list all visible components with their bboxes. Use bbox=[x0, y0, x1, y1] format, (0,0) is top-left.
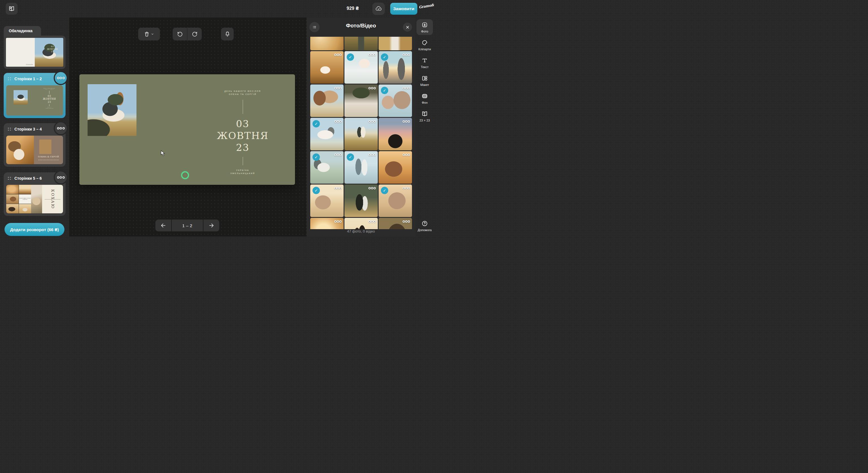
chevron-down-icon bbox=[151, 32, 154, 36]
photo-options-button[interactable] bbox=[334, 187, 342, 189]
photos-count-footer: 47 фото, 0 відео bbox=[307, 229, 415, 236]
photo-thumbnail[interactable]: ✓ bbox=[379, 85, 412, 117]
photo-thumbnail[interactable] bbox=[379, 218, 412, 229]
photo-options-button[interactable] bbox=[334, 154, 342, 156]
photo-thumbnail[interactable]: ✓ bbox=[310, 151, 344, 184]
photo-options-button[interactable] bbox=[403, 120, 410, 123]
drag-handle-icon[interactable] bbox=[7, 127, 12, 132]
photo-selected-badge[interactable]: ✓ bbox=[381, 87, 388, 94]
previous-page-button[interactable] bbox=[155, 220, 171, 231]
rail-item-sticker[interactable]: Кліпарти bbox=[416, 37, 433, 53]
photo-thumbnail[interactable] bbox=[379, 151, 412, 184]
close-panel-button[interactable] bbox=[403, 23, 412, 32]
rail-item-book[interactable]: 23 × 23 bbox=[416, 108, 433, 124]
redo-icon bbox=[192, 31, 197, 37]
photo-thumbnail[interactable] bbox=[379, 37, 412, 50]
photo-options-button[interactable] bbox=[334, 87, 342, 89]
photo-thumbnail[interactable] bbox=[310, 37, 344, 50]
photo-thumbnail[interactable] bbox=[379, 118, 412, 150]
photo-selected-badge[interactable]: ✓ bbox=[347, 153, 354, 161]
spread-pages-1-2[interactable]: ДЕНЬ НАШОГО ВЕСІЛЛЯ ОЛЕНА ТА СЕРГІЙ 03 Ж… bbox=[80, 74, 295, 185]
spread-section-5-6[interactable]: Сторінки 5 – 6 ПОЧАТОК НАШОЇ СПІЛЬНОЇ ПО… bbox=[4, 172, 66, 216]
photo-options-button[interactable] bbox=[403, 87, 410, 89]
cover-back-page: Gramofon bbox=[6, 38, 35, 67]
spread-text-block[interactable]: ДЕНЬ НАШОГО ВЕСІЛЛЯ ОЛЕНА ТА СЕРГІЙ 03 Ж… bbox=[214, 90, 271, 175]
decorative-line bbox=[243, 157, 243, 165]
photo-grid-viewport[interactable]: ✓✓✓✓✓✓✓✓ bbox=[310, 37, 412, 229]
photo-options-button[interactable] bbox=[334, 220, 342, 223]
photo-options-button[interactable] bbox=[368, 87, 376, 89]
photo-options-button[interactable] bbox=[368, 154, 376, 156]
photo-thumbnail[interactable] bbox=[344, 85, 378, 117]
book-icon bbox=[421, 111, 428, 117]
cover-front-page: 03 ЖОВТНЯ 23 bbox=[35, 38, 64, 67]
bell-icon bbox=[224, 31, 230, 37]
redo-button[interactable] bbox=[187, 28, 202, 40]
spread-thumbnail-3-4[interactable]: ОЛЕНА & СЕРГІЙ bbox=[6, 136, 63, 164]
add-spread-button[interactable]: Додати розворот (66 ₴) bbox=[4, 223, 64, 236]
cover-section[interactable]: Gramofon 03 ЖОВТНЯ 23 bbox=[4, 36, 66, 69]
photo-options-button[interactable] bbox=[403, 54, 410, 56]
rail-item-download[interactable]: Фото bbox=[416, 19, 433, 35]
next-page-button[interactable] bbox=[204, 220, 219, 231]
help-label: Допомога bbox=[417, 228, 431, 232]
photo-selected-badge[interactable]: ✓ bbox=[381, 54, 388, 61]
notifications-button[interactable] bbox=[221, 28, 234, 40]
photo-thumbnail[interactable] bbox=[344, 185, 378, 217]
photo-selected-badge[interactable]: ✓ bbox=[312, 187, 320, 194]
tools-rail: ФотоКліпартиТекстМакетФон23 × 23 Допомог… bbox=[415, 18, 434, 236]
my-books-button[interactable] bbox=[6, 3, 18, 15]
spread-thumbnail-5-6[interactable]: ПОЧАТОК НАШОЇ СПІЛЬНОЇ ПОДОРОЖІ КОХАЮ bbox=[6, 185, 63, 213]
spread-options-button[interactable] bbox=[55, 171, 67, 183]
photo-thumbnail[interactable]: ✓ bbox=[379, 51, 412, 84]
drag-handle-icon[interactable] bbox=[7, 176, 12, 181]
photo-thumbnail[interactable] bbox=[310, 85, 344, 117]
photo-options-button[interactable] bbox=[368, 54, 376, 56]
help-button[interactable]: Допомога bbox=[416, 218, 433, 234]
background-icon bbox=[421, 93, 428, 99]
photo-thumbnail[interactable]: ✓ bbox=[310, 185, 344, 217]
spread-location: УКРАЇНА bbox=[214, 169, 271, 172]
sticker-icon bbox=[421, 39, 428, 46]
photo-options-button[interactable] bbox=[368, 187, 376, 189]
photo-thumbnail[interactable] bbox=[344, 37, 378, 50]
spread-thumbnail-1-2[interactable]: ДЕНЬ НАШОГО ВЕСІЛЛЯ ОЛЕНА ТА СЕРГІЙ 03 Ж… bbox=[6, 85, 63, 116]
photo-options-button[interactable] bbox=[368, 120, 376, 123]
cover-section-label[interactable]: Обкладинка bbox=[4, 26, 41, 36]
photo-thumbnail[interactable] bbox=[344, 118, 378, 150]
spread-photo-placeholder[interactable] bbox=[88, 84, 136, 136]
undo-button[interactable] bbox=[173, 28, 187, 40]
photo-selected-badge[interactable]: ✓ bbox=[381, 187, 388, 194]
spread-options-button[interactable] bbox=[55, 122, 67, 134]
rail-item-background[interactable]: Фон bbox=[416, 90, 433, 106]
photo-thumbnail[interactable] bbox=[310, 51, 344, 84]
cloud-sync-button[interactable] bbox=[372, 3, 385, 15]
arrow-right-icon bbox=[208, 222, 214, 229]
drag-handle-icon[interactable] bbox=[7, 76, 12, 82]
photo-options-button[interactable] bbox=[368, 220, 376, 223]
photo-thumbnail[interactable] bbox=[310, 218, 344, 229]
brand-logo[interactable]: Gramofon bbox=[418, 3, 434, 9]
spread-options-button[interactable] bbox=[55, 72, 67, 84]
spread-section-1-2[interactable]: Сторінки 1 – 2 ДЕНЬ НАШОГО ВЕСІЛЛЯ ОЛЕНА… bbox=[4, 73, 66, 118]
rail-item-layout[interactable]: Макет bbox=[416, 73, 433, 89]
spread-section-3-4[interactable]: Сторінки 3 – 4 ОЛЕНА & СЕРГІЙ bbox=[4, 123, 66, 167]
photo-selected-badge[interactable]: ✓ bbox=[312, 153, 320, 161]
photo-options-button[interactable] bbox=[334, 120, 342, 123]
rail-item-text[interactable]: Текст bbox=[416, 55, 433, 71]
photo-options-button[interactable] bbox=[403, 187, 410, 189]
photo-selected-badge[interactable]: ✓ bbox=[312, 120, 320, 127]
order-button[interactable]: Замовити bbox=[390, 3, 417, 15]
mini-photo-couple bbox=[6, 136, 34, 164]
photo-selected-badge[interactable]: ✓ bbox=[347, 54, 354, 61]
photo-options-button[interactable] bbox=[403, 154, 410, 156]
photo-thumbnail[interactable]: ✓ bbox=[310, 118, 344, 150]
photo-options-button[interactable] bbox=[403, 220, 410, 223]
photo-options-button[interactable] bbox=[334, 54, 342, 56]
photo-thumbnail[interactable]: ✓ bbox=[344, 51, 378, 84]
photo-thumbnail[interactable]: ✓ bbox=[379, 185, 412, 217]
photo-thumbnail[interactable] bbox=[344, 218, 378, 229]
cover-thumbnail[interactable]: Gramofon 03 ЖОВТНЯ 23 bbox=[6, 38, 63, 67]
delete-button[interactable] bbox=[138, 28, 160, 40]
photo-thumbnail[interactable]: ✓ bbox=[344, 151, 378, 184]
